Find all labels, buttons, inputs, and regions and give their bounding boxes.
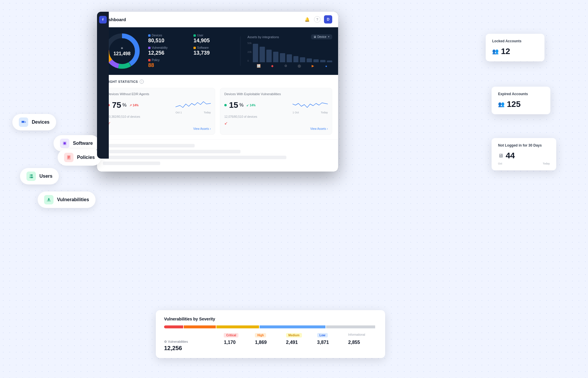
nl-date-start: Oct [498,162,502,165]
bell-icon[interactable]: 🔔 [303,16,310,23]
exploitable-percent-sign: % [239,103,243,108]
sidebar: ꬵ [97,12,109,159]
app-logo[interactable]: ꬵ [99,16,107,23]
edr-date-end: Today [204,111,211,114]
insight-info-icon[interactable]: i [140,80,144,84]
vuln-high-count: 1,869 [255,340,284,345]
bar-12 [327,61,332,62]
insight-statistics-section: INSIGHT STATISTICS i Devices Without EDR… [97,75,338,140]
integration-dropdown-label: Device [318,35,327,38]
exploitable-sparkline [293,98,328,110]
bar-11 [320,60,325,62]
section-divider [240,36,240,66]
edr-card-title: Devices Without EDR Agents [107,92,211,96]
vuln-col-header-label [164,333,221,337]
bar-2 [260,47,265,62]
insight-card-edr: Devices Without EDR Agents 75 % ↗ 14% [103,88,215,135]
bar-4 [273,52,278,62]
stat-software: Software 13,739 [193,46,233,56]
nl-date-end: Today [543,162,550,165]
vulnerabilities-icon [44,195,54,204]
vuln-panel-title: Vulnerabilities by Severity [164,317,377,321]
dashboard-header: Dashboard 🔔 ? D [97,12,338,27]
edr-sparkline [176,98,211,110]
blur-row-2 [103,150,240,153]
stat-icon-policy [148,59,151,61]
vuln-high-value: 1,869 [255,340,284,352]
edr-percent: 75 [112,100,121,110]
vuln-critical-value: 1,170 [224,340,253,352]
blurred-section [97,140,338,172]
devices-icon [19,117,28,127]
high-badge: High [255,333,266,337]
vuln-table-header: Critical High Medium Low Informational [164,333,377,337]
vuln-low-value: 3,871 [317,340,346,352]
pill-devices[interactable]: Devices [12,114,56,130]
svg-rect-12 [68,156,70,157]
expired-accounts-card: Expired Accounts 👥 125 [492,87,550,114]
stat-value-policy: 88 [148,62,188,68]
bar-labels: 🪟 ◆ ⚙ ⬤ ▶ [253,64,332,68]
policies-icon [64,153,74,162]
bar-chart [253,42,332,62]
software-icon [60,139,69,148]
donut-center: ✦ 121,498 [113,46,131,56]
vuln-table-row: ⚙ Vulnerabilities 12,256 1,170 1,869 2,4… [164,340,377,352]
bar-label-3: ⚙ [280,64,292,68]
bar-3 [266,50,272,62]
svg-rect-9 [22,121,24,122]
pill-users[interactable]: Users [20,168,59,184]
vuln-row-label: ⚙ Vulnerabilities 12,256 [164,340,221,352]
medium-badge: Medium [286,333,302,337]
expired-accounts-icon: 👥 [498,101,505,107]
bar-6 [287,54,292,62]
bar-y-label-20k: 20k [248,51,252,53]
integration-dropdown[interactable]: 🖥 Device ▼ [311,34,333,39]
insight-header: INSIGHT STATISTICS i [103,80,332,84]
sev-bar-high [184,325,216,328]
donut-center-icon: ✦ [113,46,131,51]
exploitable-card-title: Devices With Exploitable Vulnerabilities [224,92,328,96]
vuln-col-header-medium: Medium [286,333,315,337]
bar-label-6: ● [320,64,332,68]
exploitable-view-assets[interactable]: View Assets › [224,127,328,130]
expired-accounts-value-row: 👥 125 [498,100,544,109]
stat-user: User 14,905 [193,34,233,44]
vuln-critical-count: 1,170 [224,340,253,345]
critical-badge: Critical [224,333,238,337]
stat-value-devices: 80,510 [148,38,188,44]
vuln-info-value: 2,855 [348,340,377,352]
bar-y-labels: 50k 20k 0 [248,42,252,62]
stat-value-software: 13,739 [193,50,233,56]
sev-bar-low [260,325,325,328]
insight-cards-grid: Devices Without EDR Agents 75 % ↗ 14% [103,88,332,135]
vuln-col-header-info: Informational [348,333,377,337]
pill-policies[interactable]: Policies [58,149,101,166]
expired-accounts-value: 125 [507,100,521,109]
vuln-low-count: 3,871 [317,340,346,345]
bar-8 [300,57,305,62]
blur-row-3 [103,156,286,159]
exploitable-sub: 12,076/80,510 of devices [224,115,328,118]
edr-percent-sign: % [122,103,126,108]
locked-accounts-card: Locked Accounts 👥 12 [486,34,544,61]
sev-bar-info [326,325,375,328]
user-avatar[interactable]: D [324,15,332,23]
exploitable-percent: 15 [229,100,238,110]
exploitable-date-end: Today [321,111,328,114]
pill-vulnerabilities[interactable]: Vulnerabilities [38,191,96,208]
blur-row-1 [103,144,195,147]
bar-label-windows: 🪟 [253,64,265,68]
stat-label-user: User [197,34,203,37]
edr-view-assets[interactable]: View Assets › [107,127,211,130]
stat-label-vulnerability: Vulnerability [152,46,168,49]
exploitable-main-row: 15 % ↙ 14% [224,98,328,110]
edr-badge: ↗ 14% [129,104,138,107]
vuln-col-header-high: High [255,333,284,337]
stat-icon-devices [148,34,151,37]
help-icon[interactable]: ? [314,16,320,23]
assets-by-integrations: Assets by integrations 🖥 Device ▼ 50k 20… [248,34,333,68]
stat-devices: Devices 80,510 [148,34,188,44]
low-badge: Low [317,333,328,337]
svg-rect-13 [68,157,70,158]
